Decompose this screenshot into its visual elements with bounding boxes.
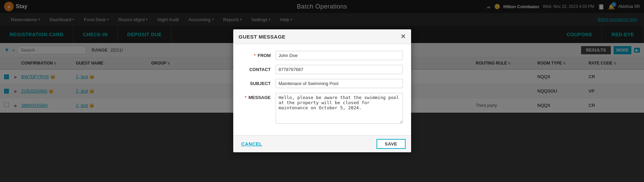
close-button[interactable]: ✕ [400,33,406,40]
from-label: * FROM [241,51,276,58]
cancel-button[interactable]: CANCEL [239,140,265,148]
subject-label: SUBJECT [241,79,276,86]
modal-footer: CANCEL SAVE [233,135,411,152]
message-field-row: * MESSAGE [241,93,403,124]
modal-header: GUEST MESSAGE ✕ [233,29,411,44]
message-textarea[interactable] [276,93,403,124]
required-indicator: * [254,53,256,58]
contact-input[interactable] [276,65,403,74]
modal-title: GUEST MESSAGE [239,34,286,40]
from-field-row: * FROM [241,51,403,60]
modal-body: * FROM CONTACT SUBJECT * ME [233,44,411,135]
from-input[interactable] [276,51,403,60]
subject-field-row: SUBJECT [241,79,403,88]
guest-message-modal: GUEST MESSAGE ✕ * FROM CONTACT SUBJECT [233,29,411,152]
required-indicator: * [245,95,247,100]
modal-overlay: GUEST MESSAGE ✕ * FROM CONTACT SUBJECT [0,0,644,182]
contact-label: CONTACT [241,65,276,72]
contact-field-row: CONTACT [241,65,403,74]
save-button[interactable]: SAVE [377,139,405,149]
subject-input[interactable] [276,79,403,88]
message-label: * MESSAGE [241,93,276,100]
